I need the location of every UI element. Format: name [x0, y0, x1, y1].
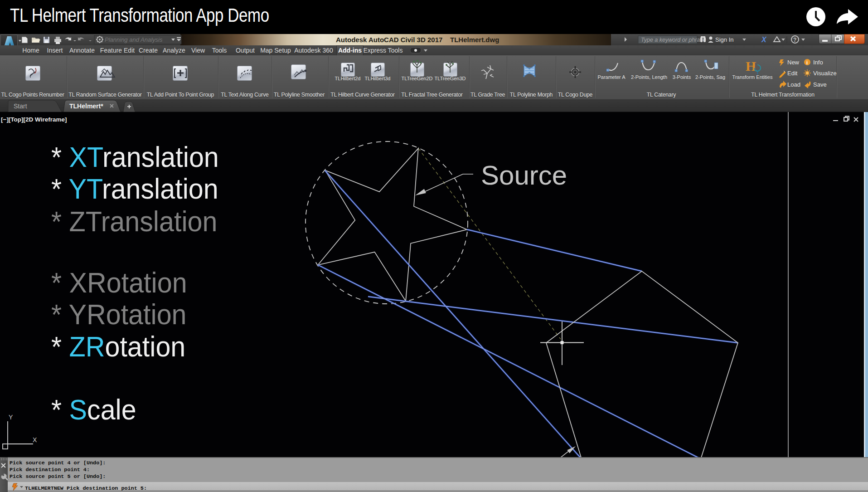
svg-text:Start: Start — [14, 102, 27, 110]
svg-text:Source: Source — [481, 160, 567, 190]
svg-text:New: New — [787, 59, 800, 66]
svg-text:Load: Load — [787, 81, 800, 88]
svg-text:Info: Info — [813, 59, 823, 66]
svg-text:?: ? — [793, 37, 796, 43]
svg-text:Type a keyword or phrase: Type a keyword or phrase — [641, 37, 706, 43]
svg-text:Planning and Analysis: Planning and Analysis — [105, 36, 163, 43]
svg-text:X: X — [33, 436, 37, 443]
svg-text:X: X — [761, 36, 767, 44]
svg-text:Sign In: Sign In — [715, 36, 733, 43]
svg-text:i: i — [806, 60, 808, 65]
svg-text:H: H — [746, 58, 756, 73]
svg-text:Edit: Edit — [787, 70, 798, 77]
svg-text:Visualize: Visualize — [813, 70, 837, 77]
svg-text:[−][Top][2D Wireframe]: [−][Top][2D Wireframe] — [1, 116, 67, 123]
svg-text:Save: Save — [813, 81, 827, 88]
svg-text:Y: Y — [9, 414, 13, 421]
svg-text:TLHelmert*: TLHelmert* — [69, 102, 103, 110]
